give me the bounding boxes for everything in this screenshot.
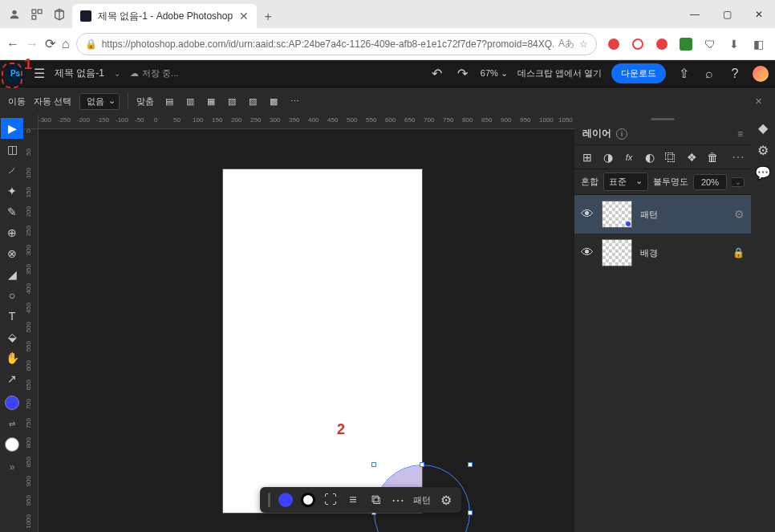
- align-center-v-icon[interactable]: ▨: [245, 94, 260, 108]
- search-icon[interactable]: ⌕: [701, 67, 717, 81]
- download-icon[interactable]: ⬇: [724, 34, 745, 55]
- chevron-down-icon[interactable]: ⌄: [114, 69, 120, 78]
- comments-panel-icon[interactable]: 💬: [755, 164, 771, 181]
- refresh-button[interactable]: ⟳: [45, 33, 55, 55]
- arrange-icon[interactable]: ⧉: [368, 493, 383, 507]
- shape-options-bar[interactable]: ⛶ ≡ ⧉ ⋯ 패턴 ⚙: [260, 487, 461, 513]
- transform-icon[interactable]: ⛶: [323, 493, 338, 507]
- back-button[interactable]: ←: [6, 33, 19, 55]
- layer-thumbnail[interactable]: [602, 239, 632, 266]
- resize-handle[interactable]: [468, 510, 473, 515]
- workspace-icon[interactable]: [30, 8, 43, 21]
- foreground-color[interactable]: [1, 392, 23, 413]
- open-desktop-link[interactable]: 데스크탑 앱에서 열기: [517, 67, 602, 79]
- fill-color-swatch[interactable]: [278, 493, 293, 507]
- visibility-toggle[interactable]: 👁: [581, 246, 594, 260]
- align-bottom-icon[interactable]: ▩: [266, 94, 281, 108]
- fx-icon[interactable]: fx: [623, 152, 635, 162]
- browser-tab[interactable]: 제목 없음-1 - Adobe Photoshop ✕: [72, 4, 257, 28]
- window-maximize[interactable]: ▢: [711, 2, 743, 26]
- align-right-icon[interactable]: ▦: [204, 94, 218, 108]
- more-options-icon[interactable]: ⋯: [287, 94, 302, 108]
- auto-select-dropdown[interactable]: 없음: [79, 93, 120, 110]
- ext-icon[interactable]: [676, 34, 696, 55]
- stroke-options-icon[interactable]: ≡: [346, 493, 360, 507]
- marquee-tool[interactable]: ◫: [1, 139, 23, 160]
- resize-handle[interactable]: [420, 462, 424, 467]
- artboard[interactable]: [223, 169, 422, 513]
- layer-thumbnail[interactable]: [602, 201, 632, 228]
- move-tool[interactable]: ▶: [1, 118, 23, 139]
- eraser-tool[interactable]: ◢: [1, 264, 23, 285]
- ext-icon[interactable]: [603, 34, 624, 55]
- hand-tool[interactable]: ✋: [1, 347, 23, 368]
- zoom-level[interactable]: 67% ⌄: [481, 68, 508, 79]
- layer-name[interactable]: 패턴: [640, 209, 658, 221]
- layer-row[interactable]: 👁 배경 🔒: [574, 234, 751, 272]
- profile-icon[interactable]: [8, 8, 21, 21]
- delete-layer-icon[interactable]: 🗑: [706, 151, 719, 164]
- sidebar-icon[interactable]: ◧: [748, 34, 769, 55]
- adjust-icon[interactable]: ⚙: [439, 493, 453, 508]
- pen-tool[interactable]: ⬙: [1, 327, 23, 347]
- ext-shield-icon[interactable]: 🛡: [700, 34, 720, 55]
- avatar[interactable]: [753, 66, 769, 82]
- resize-handle[interactable]: [468, 462, 473, 467]
- swap-colors-icon[interactable]: ⇄: [1, 413, 23, 434]
- eyedropper-tool[interactable]: ↗: [1, 368, 23, 389]
- url-input[interactable]: 🔒 https://photoshop.adobe.com/id/urn:aai…: [76, 33, 597, 55]
- opacity-chevron[interactable]: ⌄: [732, 177, 745, 187]
- window-close[interactable]: ✕: [743, 2, 775, 26]
- layers-stack-icon[interactable]: ❖: [685, 151, 698, 164]
- background-color[interactable]: [1, 434, 23, 455]
- help-icon[interactable]: ?: [727, 67, 743, 81]
- resize-handle[interactable]: [371, 462, 376, 467]
- mask-icon[interactable]: ◑: [602, 151, 615, 164]
- ps-logo[interactable]: Ps: [6, 65, 24, 83]
- healing-tool[interactable]: ⊕: [1, 222, 23, 243]
- expand-tools-icon[interactable]: »: [10, 461, 15, 473]
- document-title[interactable]: 제목 없음-1: [55, 67, 104, 80]
- adjustment-icon[interactable]: ◐: [643, 151, 656, 164]
- layer-name[interactable]: 배경: [640, 247, 658, 259]
- new-tab-button[interactable]: +: [257, 6, 279, 28]
- clone-tool[interactable]: ⊗: [1, 243, 23, 264]
- redo-button[interactable]: ↷: [455, 66, 471, 81]
- layer-tools-more-icon[interactable]: ⋯: [732, 149, 745, 164]
- panel-menu-icon[interactable]: ≡: [737, 128, 743, 140]
- cube-icon[interactable]: [53, 8, 66, 21]
- reader-icon[interactable]: Aあ: [558, 37, 574, 51]
- close-options-icon[interactable]: ✕: [755, 96, 767, 107]
- align-center-h-icon[interactable]: ▥: [183, 94, 197, 108]
- align-left-icon[interactable]: ▤: [162, 94, 177, 108]
- blend-mode-dropdown[interactable]: 표준⌄: [603, 173, 648, 191]
- home-button[interactable]: ⌂: [62, 33, 70, 55]
- canvas-area[interactable]: -300-250-200-150-100-5005010015020025030…: [24, 115, 574, 532]
- window-minimize[interactable]: —: [679, 2, 711, 26]
- shape-tool[interactable]: ○: [1, 285, 23, 306]
- stroke-color-swatch[interactable]: [301, 493, 315, 507]
- adjustments-panel-icon[interactable]: ⚙: [755, 142, 771, 158]
- lasso-tool[interactable]: ⟋: [1, 160, 23, 181]
- visibility-toggle[interactable]: 👁: [581, 207, 594, 221]
- opacity-input[interactable]: 20%: [693, 174, 727, 190]
- lock-icon[interactable]: 🔒: [732, 247, 745, 258]
- download-button[interactable]: 다운로드: [611, 63, 666, 83]
- tab-close-icon[interactable]: ✕: [239, 10, 249, 22]
- ext-icon[interactable]: [627, 34, 648, 55]
- undo-button[interactable]: ↶: [429, 66, 445, 81]
- layer-row[interactable]: 👁 패턴 ⚙: [574, 195, 751, 234]
- more-icon[interactable]: ⋯: [391, 493, 405, 508]
- hamburger-menu[interactable]: ☰: [34, 66, 45, 81]
- wand-tool[interactable]: ✦: [1, 181, 23, 201]
- properties-panel-icon[interactable]: ◆: [755, 120, 771, 136]
- favorites-icon[interactable]: ☆: [772, 34, 775, 55]
- layer-adjust-icon[interactable]: ⚙: [734, 208, 745, 221]
- star-icon[interactable]: ☆: [579, 39, 588, 50]
- ext-icon[interactable]: [651, 34, 672, 55]
- share-icon[interactable]: ⇪: [676, 66, 692, 81]
- group-icon[interactable]: ⿻: [664, 151, 677, 164]
- panel-drag-handle[interactable]: [574, 115, 751, 123]
- type-tool[interactable]: T: [1, 306, 23, 327]
- add-layer-icon[interactable]: ⊞: [581, 151, 594, 164]
